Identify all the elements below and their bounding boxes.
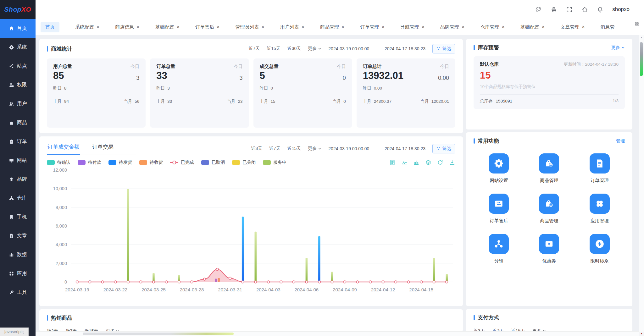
tab-3[interactable]: 订单售后×	[195, 24, 219, 30]
chart-tab-0[interactable]: 订单成交金额	[47, 141, 80, 155]
download-icon[interactable]	[449, 159, 455, 166]
sidebar-item-brand[interactable]: 品牌	[0, 170, 36, 189]
filter-近15天[interactable]: 近15天	[267, 46, 280, 52]
close-icon[interactable]: ×	[261, 25, 264, 30]
filter-近3天[interactable]: 近3天	[251, 146, 262, 151]
scroll-up-icon[interactable]: ▲	[639, 36, 644, 39]
tab-home[interactable]: 首页	[41, 22, 59, 32]
legend-服务中[interactable]: 服务中	[263, 160, 286, 165]
sidebar-item-website[interactable]: 网站	[0, 151, 36, 170]
tab-grid-icon[interactable]	[635, 21, 640, 27]
filter-button[interactable]: 筛选	[432, 144, 455, 153]
close-icon[interactable]: ×	[422, 25, 425, 30]
sidebar-item-goods[interactable]: 商品	[0, 113, 36, 132]
current-month: 当月0	[332, 99, 346, 104]
func-5-应用管理[interactable]: 应用管理	[590, 194, 610, 224]
mall-stats-panel: 商城统计 近7天近15天近30天 更多 2024-03-19 00:00:00 …	[39, 39, 463, 133]
legend-待付款[interactable]: 待付款	[78, 160, 101, 165]
more-dropdown[interactable]: 更多	[308, 146, 321, 151]
scroll-down-icon[interactable]: ▼	[639, 332, 644, 336]
close-icon[interactable]: ×	[217, 25, 219, 30]
more-dropdown[interactable]: 更多	[611, 45, 625, 51]
tab-4[interactable]: 管理员列表×	[235, 24, 264, 30]
manage-link[interactable]: 管理	[616, 138, 625, 144]
horizontal-scrollbar[interactable]	[36, 331, 639, 336]
legend-待收货[interactable]: 待收货	[139, 160, 163, 165]
sidebar-item-order[interactable]: 订单	[0, 132, 36, 151]
tab-7[interactable]: 订单管理×	[360, 24, 384, 30]
sidebar-item-system[interactable]: 系统	[0, 38, 36, 57]
stack-icon[interactable]	[425, 159, 431, 166]
filter-近7天[interactable]: 近7天	[269, 146, 280, 151]
func-3-订单售后[interactable]: 订单售后	[489, 194, 509, 224]
bar-chart-icon[interactable]	[413, 159, 419, 166]
award-icon	[9, 177, 14, 182]
tab-0[interactable]: 系统配置×	[75, 24, 99, 30]
bell-icon[interactable]	[597, 6, 603, 13]
vertical-scrollbar[interactable]: ▲	[639, 35, 644, 332]
tab-2[interactable]: 基础配置×	[155, 24, 180, 30]
close-icon[interactable]: ×	[302, 25, 304, 30]
line-chart-icon[interactable]	[401, 159, 408, 166]
horizontal-scroll-thumb[interactable]	[83, 333, 234, 335]
sidebar-item-article[interactable]: 文章	[0, 226, 36, 245]
more-dropdown[interactable]: 更多	[308, 46, 321, 52]
tab-5[interactable]: 用户列表×	[280, 24, 304, 30]
func-8-限时秒杀[interactable]: 限时秒杀	[590, 234, 610, 264]
data-view-icon[interactable]	[389, 159, 396, 166]
sidebar-item-label: 权限	[17, 82, 27, 88]
close-icon[interactable]: ×	[341, 25, 344, 30]
logo[interactable]: ShopXO	[0, 0, 36, 19]
legend-已完成[interactable]: 已完成	[170, 160, 194, 165]
filter-近7天[interactable]: 近7天	[248, 46, 260, 52]
clean-cache-icon[interactable]	[551, 6, 557, 13]
sidebar-item-home[interactable]: 首页	[0, 19, 36, 38]
filter-近15天[interactable]: 近15天	[287, 146, 301, 151]
sidebar-item-mobile[interactable]: 手机	[0, 207, 36, 226]
legend-已取消[interactable]: 已取消	[201, 160, 225, 165]
filter-近30天[interactable]: 近30天	[287, 46, 301, 52]
tab-12[interactable]: 文章管理×	[560, 24, 585, 30]
sidebar-item-site[interactable]: 站点	[0, 57, 36, 75]
home-icon[interactable]	[581, 6, 588, 13]
close-icon[interactable]: ×	[462, 25, 464, 30]
vertical-scroll-thumb[interactable]	[640, 42, 643, 76]
func-7-优惠券[interactable]: ¥优惠券	[539, 234, 559, 264]
sidebar-item-warehouse[interactable]: 仓库	[0, 189, 36, 207]
close-icon[interactable]: ×	[582, 25, 585, 30]
sidebar-item-tools[interactable]: 工具	[0, 283, 36, 302]
chart-tab-1[interactable]: 订单交易	[92, 141, 114, 155]
palette-icon[interactable]	[535, 6, 542, 13]
close-icon[interactable]: ×	[97, 25, 99, 30]
refresh-icon[interactable]	[437, 159, 443, 166]
close-icon[interactable]: ×	[542, 25, 545, 30]
legend-已关闭[interactable]: 已关闭	[232, 160, 256, 165]
tab-13[interactable]: 消息管	[600, 24, 614, 30]
close-icon[interactable]: ×	[502, 25, 504, 30]
sidebar-item-user[interactable]: 用户	[0, 94, 36, 113]
tab-1[interactable]: 商店信息×	[115, 24, 139, 30]
username[interactable]: shopxo	[612, 6, 630, 13]
close-icon[interactable]: ×	[136, 25, 139, 30]
legend-待发货[interactable]: 待发货	[108, 160, 132, 165]
tab-8[interactable]: 导航管理×	[400, 24, 425, 30]
tab-6[interactable]: 商品管理×	[320, 24, 344, 30]
close-icon[interactable]: ×	[177, 25, 180, 30]
tab-11[interactable]: 基础配置×	[520, 24, 545, 30]
sidebar-item-apps[interactable]: 应用	[0, 264, 36, 283]
func-2-订单管理[interactable]: 订单管理	[590, 153, 610, 184]
svg-text:2024-03-25: 2024-03-25	[142, 287, 166, 292]
func-1-商品管理[interactable]: 商品管理	[539, 153, 559, 184]
sidebar-item-permission[interactable]: 权限	[0, 75, 36, 94]
sidebar-item-data[interactable]: 数据	[0, 245, 36, 264]
close-icon[interactable]: ×	[381, 25, 384, 30]
func-0-网站设置[interactable]: 网站设置	[489, 153, 509, 184]
func-4-商品管理[interactable]: 商品管理	[539, 194, 559, 224]
tab-9[interactable]: 品牌管理×	[440, 24, 464, 30]
legend-待确认[interactable]: 待确认	[47, 160, 70, 165]
func-6-分销[interactable]: 分销	[489, 234, 509, 264]
tab-10[interactable]: 仓库管理×	[480, 24, 504, 30]
fullscreen-icon[interactable]	[566, 6, 573, 13]
pager[interactable]: 1/3	[613, 98, 619, 104]
filter-button[interactable]: 筛选	[432, 44, 455, 53]
